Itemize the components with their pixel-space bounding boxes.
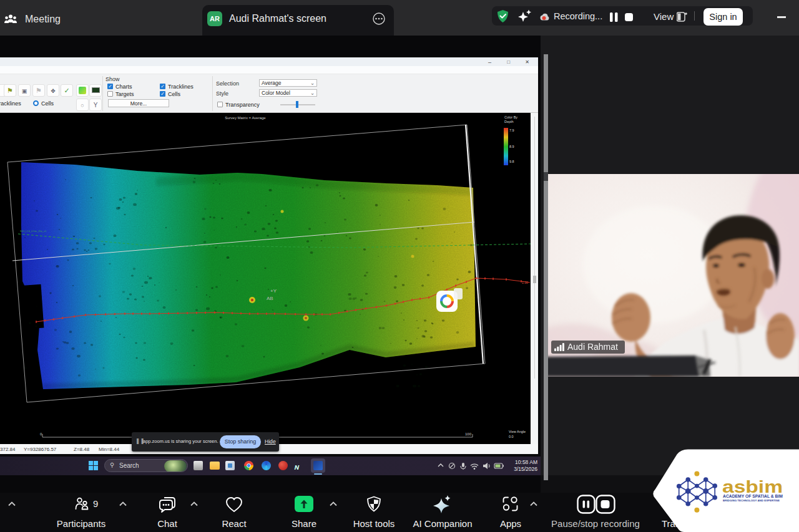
svg-text:8.9: 8.9 — [509, 145, 514, 148]
svg-text:+Y: +Y — [270, 288, 277, 294]
svg-text:0.0: 0.0 — [509, 435, 514, 438]
svg-text:7.9: 7.9 — [509, 128, 514, 132]
svg-text:View Angle: View Angle — [509, 430, 526, 433]
svg-text:S01_L14_0.5m_20x_v1: S01_L14_0.5m_20x_v1 — [20, 230, 47, 233]
svg-text:AB: AB — [267, 296, 273, 301]
svg-text:Depth: Depth — [504, 120, 514, 123]
svg-text:9.8: 9.8 — [509, 160, 514, 163]
svg-text:100: 100 — [465, 432, 472, 436]
svg-text:Survey Matrix = Average: Survey Matrix = Average — [225, 116, 266, 120]
svg-text:0: 0 — [40, 432, 42, 436]
svg-text:BRIDGING TECHNOLOGY AND EXPERT: BRIDGING TECHNOLOGY AND EXPERTISE — [723, 499, 780, 502]
svg-text:Color By: Color By — [504, 115, 517, 119]
svg-text:asbim: asbim — [722, 478, 783, 496]
svg-text:ACADEMY OF SPATIAL & BIM: ACADEMY OF SPATIAL & BIM — [723, 494, 783, 498]
svg-text:1:30: 1:30 — [522, 281, 528, 284]
